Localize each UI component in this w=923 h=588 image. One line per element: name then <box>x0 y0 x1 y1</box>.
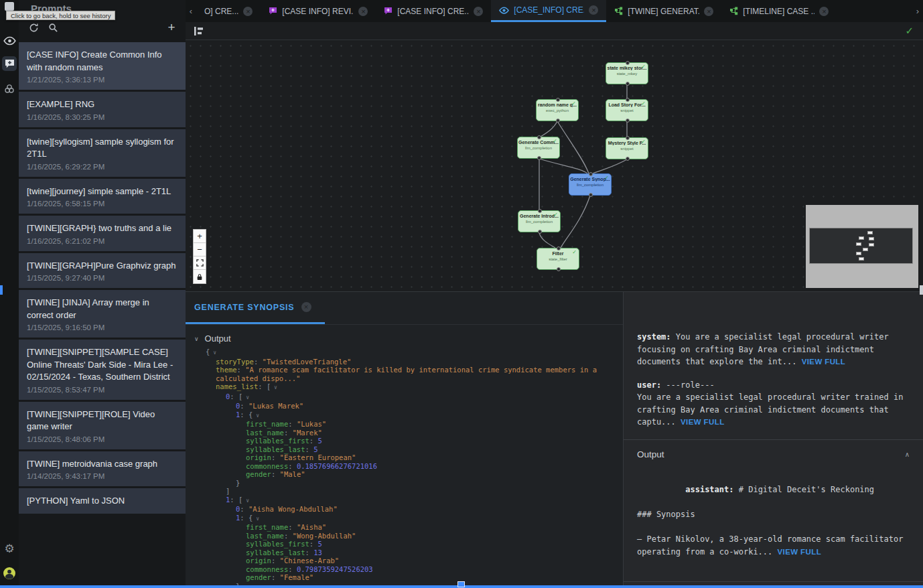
graph-node-generate-intro[interactable]: ✓Generate Introd...llm_completion <box>518 210 561 232</box>
lock-button[interactable] <box>194 270 206 283</box>
prompt-title: [TWINE] [JINJA] Array merge in correct o… <box>27 297 178 321</box>
knot-icon[interactable] <box>2 82 17 96</box>
graph-edge <box>561 196 590 248</box>
tab-4[interactable]: [CASE_INFO] CRE...× <box>491 0 606 22</box>
pane-tab-label: GENERATE SYNOPSIS <box>194 303 295 312</box>
list-item[interactable]: [PYTHON] Yaml to JSON <box>19 488 186 514</box>
graph-canvas[interactable]: ✓ ✓state mikey stor...state_mkey✓random … <box>186 22 923 291</box>
plus-icon[interactable]: + <box>165 21 178 33</box>
tab-5[interactable]: [TWINE] GENERAT...× <box>606 0 721 22</box>
bottom-resize-handle[interactable] <box>457 581 465 587</box>
minimap[interactable] <box>806 205 918 288</box>
tab-6[interactable]: [TIMELINE] CASE ...× <box>721 0 837 22</box>
main-area: ‹ O] CRE...×[CASE INFO] REVI...×[CASE IN… <box>186 0 923 588</box>
list-item[interactable]: [twine][journey] simple sample - 2T1L1/1… <box>19 179 186 214</box>
view-full-link[interactable]: VIEW FULL <box>778 548 822 556</box>
eye-icon[interactable] <box>2 33 17 48</box>
avatar[interactable] <box>2 566 17 581</box>
minimap-node-mark <box>867 231 873 234</box>
list-item[interactable]: [TWINE][SNIPPET][ROLE] Video game writer… <box>19 402 186 449</box>
close-icon[interactable]: × <box>704 7 713 16</box>
prompts-sidebar: Prompts + [CASE INFO] Create Common Info… <box>19 0 186 588</box>
tab-1[interactable]: O] CRE...× <box>196 0 261 22</box>
fit-view-button[interactable] <box>194 256 206 270</box>
zoom-in-button[interactable]: + <box>194 230 206 243</box>
prompt-timestamp: 1/14/2025, 9:43:17 PM <box>27 472 178 480</box>
right-resize-handle[interactable] <box>920 285 923 295</box>
tab-3[interactable]: [CASE INFO] CRE...× <box>376 0 491 22</box>
message-list: system: You are a specialist legal proce… <box>637 331 910 429</box>
prompt-title: [TWINE] metroidvania case graph <box>27 458 178 471</box>
back-button[interactable] <box>5 2 14 11</box>
chevron-up-icon[interactable]: ∧ <box>905 451 910 458</box>
json-line: syllables_first: 5 <box>206 437 623 445</box>
close-icon[interactable]: × <box>243 7 253 16</box>
minimap-node-mark <box>869 237 874 240</box>
output-section-header[interactable]: ∨ Output <box>186 325 623 348</box>
list-item[interactable]: [twine][syllogism] sample syllogism for … <box>19 129 186 177</box>
graph-node-state-mikey-store[interactable]: ✓state mikey stor...state_mkey <box>606 62 648 84</box>
prompt-timestamp: 1/16/2025, 6:21:02 PM <box>27 237 178 245</box>
prompt-list: [CASE INFO] Create Common Info with rand… <box>19 42 186 514</box>
list-item[interactable]: [TWINE] metroidvania case graph1/14/2025… <box>19 451 186 487</box>
search-icon[interactable] <box>47 21 59 33</box>
prompts-nav-icon[interactable] <box>2 56 17 71</box>
json-tree[interactable]: { ∨storyType: "TwistedLoveTriangle"theme… <box>206 348 623 585</box>
gear-icon[interactable]: ⚙ <box>2 541 17 556</box>
close-icon[interactable]: × <box>819 7 829 16</box>
json-line: origin: "Chinese-Arab" <box>206 557 623 565</box>
json-line: 1: { ∨ <box>206 514 623 524</box>
zoom-out-button[interactable]: − <box>194 243 206 256</box>
graph-edge <box>541 121 557 137</box>
graph-node-filter[interactable]: ✓Filterstate_filter <box>537 248 579 270</box>
prompt-timestamp: 1/15/2025, 8:48:06 PM <box>27 435 178 443</box>
check-icon: ✓ <box>641 64 646 70</box>
graph-node-generate-common[interactable]: ✓Generate Comm...llm_completion <box>517 137 560 159</box>
json-line: last_name: "Marek" <box>206 429 623 437</box>
minimap-node-mark <box>869 243 874 246</box>
check-icon: ✓ <box>571 100 576 106</box>
prompt-title: [CASE INFO] Create Common Info with rand… <box>27 49 178 74</box>
node-subtitle: llm_completion <box>569 183 611 187</box>
tabs-scroll-left-icon[interactable]: ‹ <box>186 0 196 22</box>
refresh-icon[interactable] <box>27 21 40 33</box>
list-item[interactable]: [CASE INFO] Create Common Info with rand… <box>19 42 186 90</box>
tab-2[interactable]: [CASE INFO] REVI...× <box>261 0 376 22</box>
graph-node-generate-synopsis[interactable]: ✓Generate Synop...llm_completion <box>569 173 612 196</box>
prompt-title: [twine][syllogism] sample syllogism for … <box>27 136 178 161</box>
json-line: ] <box>206 487 623 496</box>
system-message: system: You are a specialist legal proce… <box>637 331 910 368</box>
json-line: commonness: 0.18576966276721016 <box>206 462 623 471</box>
prompt-timestamp: 1/15/2025, 9:16:50 PM <box>27 323 178 332</box>
prompt-timestamp: 1/15/2025, 9:27:40 PM <box>27 274 178 282</box>
view-full-link[interactable]: VIEW FULL <box>681 418 725 426</box>
close-icon[interactable]: × <box>358 7 368 16</box>
graph-node-mystery-style[interactable]: ✓Mystery Style F...snippet <box>606 137 648 159</box>
json-line: syllables_last: 5 <box>206 445 623 454</box>
json-line: { ∨ <box>206 348 623 358</box>
close-icon[interactable]: × <box>301 302 311 312</box>
check-icon: ✓ <box>604 175 609 181</box>
graph-node-load-story-for[interactable]: ✓Load Story For...snippet <box>606 99 648 121</box>
list-item[interactable]: [TWINE][GRAPH} two truths and a lie1/16/… <box>19 216 186 251</box>
prompt-timestamp: 1/21/2025, 3:36:13 PM <box>27 76 178 84</box>
list-item[interactable]: [TWINE][GRAPH]Pure Graphviz graph1/15/20… <box>19 253 186 289</box>
close-icon[interactable]: × <box>589 5 598 15</box>
sidebar-resize-handle[interactable] <box>0 285 3 295</box>
prompt-title: [twine][journey] simple sample - 2T1L <box>27 186 178 198</box>
inspector-output-header[interactable]: Output ∧ <box>637 440 910 461</box>
graph-node-random-name-gen[interactable]: ✓random name g...exec_python <box>536 99 579 121</box>
chat-purple-icon <box>384 7 393 15</box>
list-item[interactable]: [TWINE][SNIPPET][SAMPLE CASE] Online Thr… <box>19 340 186 400</box>
view-full-link[interactable]: VIEW FULL <box>802 358 846 366</box>
gear-glyph: ⚙ <box>4 543 14 555</box>
assistant-message: assistant: # Digital Deceit's Reckoning … <box>637 471 910 571</box>
list-item[interactable]: [EXAMPLE] RNG1/16/2025, 8:30:25 PM <box>19 92 186 127</box>
tabs-scroll-right-icon[interactable]: › <box>912 0 923 22</box>
json-line: origin: "Eastern European" <box>206 453 623 462</box>
close-icon[interactable]: × <box>474 7 483 16</box>
tab-generate-synopsis[interactable]: GENERATE SYNOPSIS × <box>186 292 325 324</box>
tab-label: [CASE INFO] CRE... <box>397 7 469 16</box>
list-item[interactable]: [TWINE] [JINJA] Array merge in correct o… <box>19 290 186 338</box>
sitemap-icon[interactable] <box>194 26 204 36</box>
